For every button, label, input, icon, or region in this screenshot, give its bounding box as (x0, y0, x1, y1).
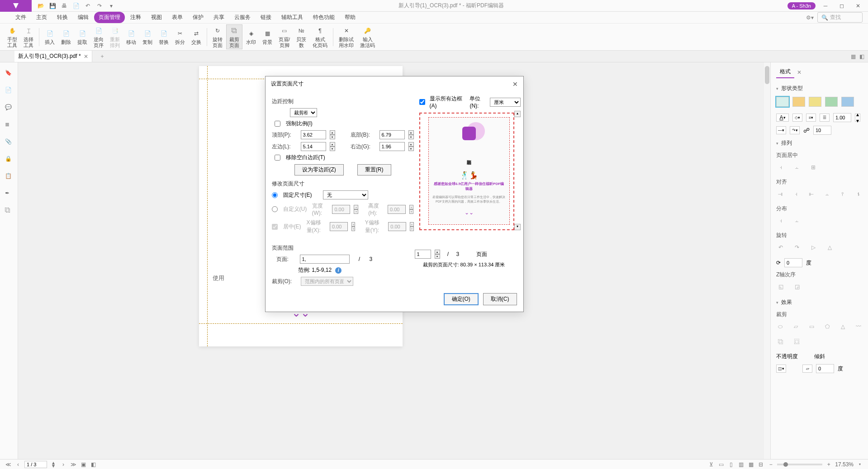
security-icon[interactable]: 🔒 (5, 156, 13, 164)
ok-button[interactable]: 确定(O) (444, 293, 479, 305)
layout4-icon[interactable]: ▦ (747, 461, 754, 468)
zoom-drop-icon[interactable]: ▾ (856, 461, 863, 468)
center-both-icon[interactable]: ⊞ (809, 163, 818, 172)
dash-drop[interactable]: —▾ (776, 126, 786, 134)
ribbon-贝茨-数[interactable]: №贝茨数 (294, 25, 309, 48)
crop-tool2-icon[interactable]: ⿴ (792, 337, 802, 346)
rotate-input[interactable] (784, 258, 802, 267)
zoom-in-icon[interactable]: + (825, 461, 832, 468)
ribbon-水印[interactable]: ◈水印 (243, 28, 259, 46)
crop-rect2-icon[interactable]: ▱ (792, 322, 801, 331)
bottom-input[interactable] (379, 130, 405, 139)
menu-link[interactable]: 链接 (256, 12, 276, 23)
menu-features[interactable]: 特色功能 (308, 12, 339, 23)
rotate-left-icon[interactable]: ↶ (776, 243, 785, 252)
custom-radio[interactable] (272, 206, 278, 212)
menu-accessibility[interactable]: 辅助工具 (277, 12, 308, 23)
format-tab[interactable]: 格式 (776, 66, 794, 78)
menu-file[interactable]: 文件 (11, 12, 31, 23)
ribbon-手型-工具[interactable]: ✋手型工具 (5, 25, 20, 48)
crop-free-icon[interactable]: 〰 (854, 322, 863, 331)
opacity-drop[interactable]: ◫▾ (776, 365, 786, 373)
menu-convert[interactable]: 转换 (52, 12, 72, 23)
center-v-icon[interactable]: ⫠ (792, 163, 802, 172)
preview-scroll-down[interactable]: ▾ (514, 224, 521, 230)
next-page-icon[interactable]: › (60, 461, 67, 468)
menu-annotate[interactable]: 注释 (126, 12, 146, 23)
bring-front-icon[interactable]: ◱ (776, 282, 785, 291)
ribbon-删除试-用水印[interactable]: ✕删除试用水印 (336, 25, 356, 48)
ribbon-删除[interactable]: 📄删除 (58, 28, 74, 46)
redo-icon[interactable]: ↷ (96, 2, 103, 9)
layers-icon[interactable]: ≣ (5, 121, 13, 129)
ribbon-替换[interactable]: 📄替换 (156, 28, 171, 46)
ribbon-options-icon[interactable]: ⚙▾ (806, 14, 814, 21)
view-mode1-icon[interactable]: ▣ (80, 461, 87, 468)
align-center-icon[interactable]: ⫞ (792, 189, 801, 199)
fill-color-drop[interactable]: ◇▾ (792, 114, 802, 122)
line-weight-drop[interactable]: ☰ (820, 114, 830, 122)
open-icon[interactable]: 📂 (37, 2, 44, 9)
show-all-checkbox[interactable] (419, 99, 425, 105)
center-h-icon[interactable]: ⫞ (776, 163, 785, 172)
align-left-icon[interactable]: ⫣ (776, 189, 785, 199)
flip-h-icon[interactable]: ▷ (809, 243, 818, 252)
box-type-select[interactable]: 裁剪框 (290, 108, 317, 117)
menu-share[interactable]: 共享 (209, 12, 229, 23)
shape-type-header[interactable]: 形状类型 (776, 82, 863, 95)
crop-triangle-icon[interactable]: △ (839, 322, 847, 331)
undo-icon[interactable]: ↶ (84, 2, 91, 9)
fit-mode-icon[interactable]: ⊻ (707, 461, 715, 468)
last-page-icon[interactable]: ≫ (70, 461, 77, 468)
layout2-icon[interactable]: ▯ (727, 461, 735, 468)
zero-margin-button[interactable]: 设为零边距(Z) (294, 164, 344, 175)
effect-header[interactable]: 效果 (776, 296, 863, 309)
rotate-right-icon[interactable]: ↷ (792, 243, 802, 252)
first-page-icon[interactable]: ≪ (5, 461, 12, 468)
tab-add-button[interactable]: ＋ (96, 52, 109, 60)
menu-page-manage[interactable]: 页面管理 (94, 12, 125, 23)
force-ratio-checkbox[interactable] (275, 121, 280, 127)
menu-view[interactable]: 视图 (147, 12, 166, 23)
preview-page-input[interactable] (415, 250, 431, 259)
zoom-out-icon[interactable]: − (767, 461, 774, 468)
layout5-icon[interactable]: ⊟ (757, 461, 764, 468)
remove-white-checkbox[interactable] (275, 155, 280, 161)
pages-icon[interactable]: 📄 (5, 87, 13, 95)
skew-input[interactable] (816, 364, 834, 373)
ribbon-交换[interactable]: ⇄交换 (189, 28, 204, 46)
ribbon-重新-排列[interactable]: 📑重新排列 (107, 25, 123, 48)
align-middle-icon[interactable]: ⫯ (839, 189, 847, 199)
crop-tool1-icon[interactable]: ⿻ (776, 337, 785, 346)
fixed-size-radio[interactable] (272, 192, 278, 198)
dialog-close-icon[interactable]: ✕ (512, 81, 518, 88)
layout1-icon[interactable]: ▭ (717, 461, 725, 468)
arrow-drop[interactable]: ↷▾ (790, 126, 800, 134)
search-input[interactable]: 🔍 查找 (817, 12, 863, 23)
flip-v-icon[interactable]: △ (825, 243, 834, 252)
prev-page-icon[interactable]: ‹ (14, 461, 22, 468)
ribbon-提取[interactable]: 📄提取 (75, 28, 90, 46)
left-input[interactable] (301, 142, 326, 151)
preview-scroll-up[interactable]: ▴ (514, 111, 521, 117)
send-back-icon[interactable]: ◲ (792, 282, 802, 291)
ribbon-拆分[interactable]: ✂拆分 (172, 28, 188, 46)
view-mode2-icon[interactable]: ◧ (90, 461, 97, 468)
maximize-button[interactable]: ◻ (835, 1, 848, 11)
crop-pentagon-icon[interactable]: ⬠ (823, 322, 832, 331)
close-button[interactable]: ✕ (852, 1, 864, 11)
user-badge[interactable]: A - Sh3n (787, 2, 816, 9)
qat-more-icon[interactable]: ▾ (108, 2, 115, 9)
document-tab[interactable]: 新人引导(1)_OCR(3).pdf * ✕ (14, 51, 92, 62)
menu-cloud[interactable]: 云服务 (230, 12, 255, 23)
top-input[interactable] (301, 130, 326, 139)
layout3-icon[interactable]: ▥ (737, 461, 745, 468)
app-logo[interactable] (0, 0, 32, 12)
cancel-button[interactable]: 取消(C) (483, 293, 517, 305)
arrange-header[interactable]: 排列 (776, 137, 863, 150)
font-color-drop[interactable]: A▾ (776, 114, 789, 122)
menu-form[interactable]: 表单 (167, 12, 187, 23)
grid-view-icon[interactable]: ▦ (851, 53, 856, 60)
menu-edit[interactable]: 编辑 (73, 12, 93, 23)
angle-input[interactable] (813, 126, 831, 135)
